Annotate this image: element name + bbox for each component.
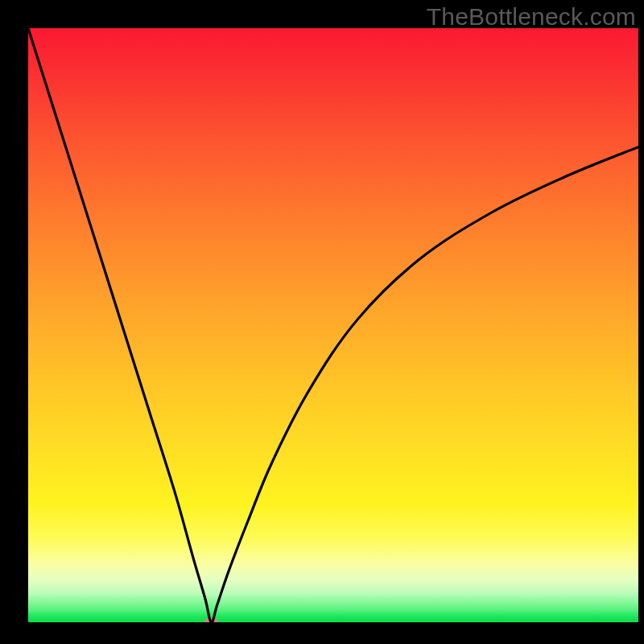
bottleneck-curve: [28, 28, 638, 622]
chart-frame: TheBottleneck.com: [0, 0, 644, 644]
watermark-text: TheBottleneck.com: [427, 3, 636, 31]
bottleneck-curve-layer: [28, 28, 638, 622]
